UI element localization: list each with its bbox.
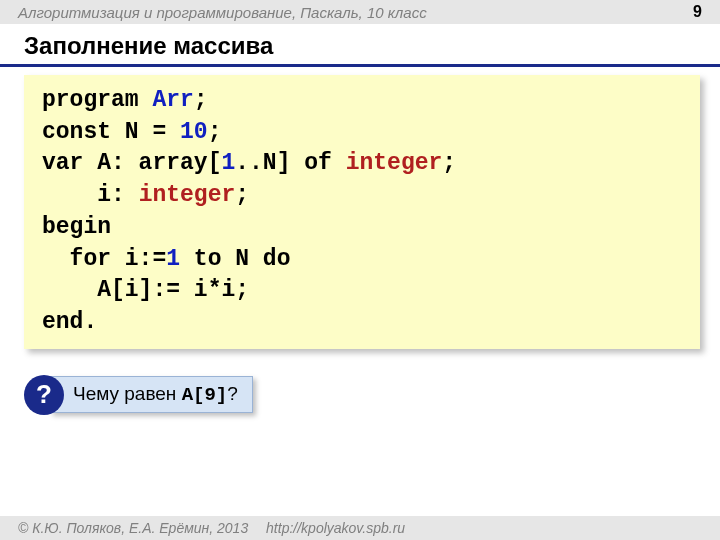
- code-block: program Arr; const N = 10; var A: array[…: [24, 75, 700, 349]
- header-band: Алгоритмизация и программирование, Паска…: [0, 0, 720, 24]
- page-number: 9: [693, 3, 702, 21]
- question-post: ?: [227, 383, 238, 404]
- footer-url: http://kpolyakov.spb.ru: [266, 520, 405, 536]
- question-badge-icon: ?: [24, 375, 64, 415]
- code-line-6: for i:=1 to N do: [42, 244, 682, 276]
- code-line-1: program Arr;: [42, 85, 682, 117]
- code-line-7: A[i]:= i*i;: [42, 275, 682, 307]
- code-line-3: var A: array[1..N] of integer;: [42, 148, 682, 180]
- code-line-2: const N = 10;: [42, 117, 682, 149]
- code-line-5: begin: [42, 212, 682, 244]
- copyright: © К.Ю. Поляков, Е.А. Ерёмин, 2013: [18, 520, 248, 536]
- course-label: Алгоритмизация и программирование, Паска…: [18, 4, 427, 21]
- question-pre: Чему равен: [73, 383, 182, 404]
- question-row: ? Чему равен A[9]?: [24, 375, 720, 415]
- question-text: Чему равен A[9]?: [50, 376, 253, 413]
- code-line-8: end.: [42, 307, 682, 339]
- code-line-4: i: integer;: [42, 180, 682, 212]
- slide-title: Заполнение массива: [0, 24, 720, 64]
- footer-band: © К.Ю. Поляков, Е.А. Ерёмин, 2013 http:/…: [0, 516, 720, 540]
- title-underline: [0, 64, 720, 67]
- question-code: A[9]: [182, 384, 228, 406]
